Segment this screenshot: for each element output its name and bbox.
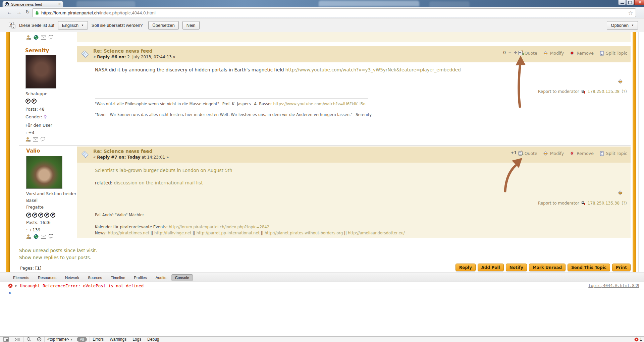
poster-custom-title: Schaluppe [25, 91, 47, 96]
address-bar[interactable]: https://forum.piratenpartei.ch/index.php… [32, 8, 636, 17]
vote-up-button[interactable]: ✚ [514, 51, 517, 54]
language-dropdown[interactable]: Englisch ▼ [58, 21, 88, 30]
email-icon[interactable] [33, 137, 38, 141]
report-to-moderator-link[interactable]: Report to moderator [538, 89, 579, 94]
devtools-tab-bar: Elements Resources Network Sources Timel… [0, 273, 644, 282]
website-globe-icon[interactable] [34, 234, 39, 239]
console-error-row[interactable]: ▶ Uncaught ReferenceError: oVotePost is … [0, 282, 644, 289]
post-subject-link[interactable]: Re: Science news feed [93, 149, 169, 154]
reload-button[interactable]: ↻ [25, 9, 30, 15]
notify-button[interactable]: Notify [506, 264, 527, 271]
modify-button[interactable]: Modify [543, 50, 564, 56]
print-button[interactable]: Print [612, 264, 631, 271]
personal-message-icon[interactable] [49, 234, 54, 239]
filter-warnings[interactable]: Warnings [110, 337, 126, 342]
signature-link[interactable]: http://planet.pirates-without-borders.or… [265, 231, 343, 235]
forward-button[interactable]: → [16, 9, 22, 16]
post-body-link[interactable]: discussion on the international mail lis… [114, 180, 203, 185]
background-tab[interactable] [429, 1, 470, 7]
website-globe-icon[interactable] [34, 35, 39, 40]
tab-timeline[interactable]: Timeline [107, 274, 129, 281]
tab-resources[interactable]: Resources [34, 274, 60, 281]
tab-title: Science news feed [11, 2, 56, 6]
email-icon[interactable] [41, 36, 46, 40]
expand-arrow-icon[interactable]: ▶ [15, 284, 17, 287]
post-subject-link[interactable]: Re: Science news feed [93, 48, 175, 54]
profile-icon[interactable] [26, 35, 31, 40]
signature-link[interactable]: https://www.youtube.com/watch?v=IU6FkIK_… [273, 102, 365, 106]
signature-link[interactable]: http://falkvinge.net [154, 231, 191, 235]
remove-button[interactable]: Remove [569, 50, 594, 56]
tab-network[interactable]: Network [61, 274, 83, 281]
tab-close-icon[interactable]: ✕ [58, 2, 61, 6]
ip-address-link[interactable]: 178.250.135.38 [588, 89, 620, 94]
forum-page: Re: Science news feed « Reply #6 on: 2. … [0, 32, 644, 273]
bookmark-star-icon[interactable]: ☆ [628, 10, 633, 16]
pirate-party-favicon: P [5, 2, 9, 6]
post-body-link[interactable]: Scientist's lab-grown burger debuts in L… [95, 168, 232, 173]
signature-link[interactable]: http://ameliaandersdotter.eu/ [348, 231, 405, 235]
filter-errors[interactable]: Errors [93, 337, 104, 342]
console-prompt[interactable]: > [9, 290, 11, 295]
show-new-replies-link[interactable]: Show new replies to your posts. [19, 255, 91, 260]
filter-logs[interactable]: Logs [132, 337, 141, 342]
filter-all-pill[interactable]: All [77, 337, 87, 342]
signature-link[interactable]: http://forum.piratenpartei.ch/index.php?… [169, 225, 269, 229]
signature-link[interactable]: http://piratetimes.net [108, 231, 150, 235]
console-error-source-link[interactable]: topic,4044.0.html:839 [588, 283, 639, 288]
dock-side-icon[interactable] [3, 337, 9, 342]
tab-sources[interactable]: Sources [84, 274, 106, 281]
filter-debug[interactable]: Debug [147, 337, 159, 342]
personal-message-icon[interactable] [41, 137, 46, 142]
signature-line: "Nein – Wir können uns das alles nicht l… [95, 112, 372, 117]
split-topic-button[interactable]: Split Topic [599, 151, 627, 156]
show-unread-posts-link[interactable]: Show unread posts since last visit. [19, 248, 97, 253]
send-this-topic-button[interactable]: Send This Topic [568, 264, 610, 271]
signature-link[interactable]: http://parrot.pp-international.net [197, 231, 260, 235]
split-topic-button[interactable]: Split Topic [599, 50, 627, 56]
ip-help-link[interactable]: (?) [622, 89, 627, 94]
show-console-icon[interactable] [15, 337, 21, 341]
error-count-badge[interactable]: 1 [634, 337, 642, 342]
tab-elements[interactable]: Elements [9, 274, 33, 281]
profile-icon[interactable] [25, 137, 31, 142]
report-to-moderator-link[interactable]: Report to moderator [538, 201, 579, 206]
quote-button[interactable]: Quote [518, 151, 537, 156]
mark-unread-button[interactable]: Mark Unread [529, 264, 566, 271]
reply-button[interactable]: Reply [455, 264, 476, 271]
tab-audits[interactable]: Audits [152, 274, 170, 281]
profile-icon[interactable] [26, 234, 31, 239]
active-tab[interactable]: P Science news feed ✕ [2, 1, 63, 7]
close-button[interactable]: ✕ [634, 0, 644, 5]
ip-help-link[interactable]: (?) [622, 201, 627, 206]
remove-button[interactable]: Remove [569, 151, 594, 156]
tab-console[interactable]: Console [171, 274, 193, 281]
quick-edit-icon[interactable] [617, 78, 623, 84]
options-dropdown[interactable]: Optionen ▼ [607, 21, 638, 30]
scrollbar-track[interactable] [638, 32, 639, 272]
quote-button[interactable]: Quote [518, 50, 537, 56]
background-tab[interactable] [76, 1, 135, 7]
frame-selector-dropdown[interactable]: <top frame> ▼ [47, 337, 73, 342]
maximize-button[interactable] [626, 0, 634, 5]
post-body-link[interactable]: http://www.youtube.com/watch?v=y3_vW5yrN… [285, 67, 461, 72]
clear-console-icon[interactable] [37, 337, 42, 342]
modify-button[interactable]: Modify [543, 151, 564, 156]
poster-name-link[interactable]: Serenity [25, 48, 49, 54]
https-padlock-icon[interactable] [35, 10, 39, 15]
minimize-button[interactable] [618, 0, 626, 5]
quick-edit-icon[interactable] [617, 190, 623, 196]
translate-button[interactable]: Übersetzen [148, 21, 178, 30]
add-poll-button[interactable]: Add Poll [478, 264, 504, 271]
ip-address-link[interactable]: 178.250.135.38 [588, 201, 620, 206]
vote-down-button[interactable]: − [508, 51, 512, 54]
back-button[interactable]: ← [7, 9, 12, 16]
poster-name-link[interactable]: Valio [26, 148, 40, 154]
tab-profiles[interactable]: Profiles [130, 274, 150, 281]
personal-message-icon[interactable] [49, 35, 54, 40]
search-icon[interactable] [26, 337, 31, 342]
current-page-number: 1 [37, 266, 40, 271]
decline-translate-button[interactable]: Nein [182, 21, 200, 30]
email-icon[interactable] [41, 235, 46, 239]
poster-rank: Fregatte [26, 205, 44, 210]
